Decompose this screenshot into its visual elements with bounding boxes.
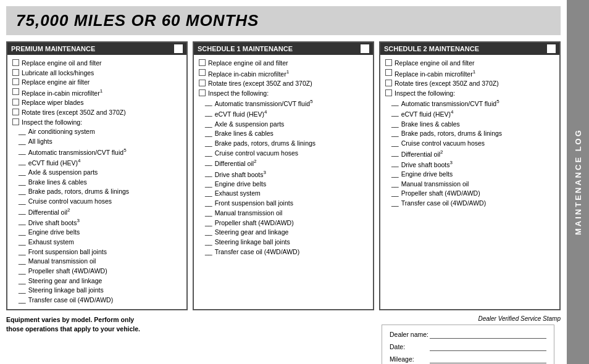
header-icon-schedule2 bbox=[547, 44, 556, 53]
checklist-item: Replace in-cabin microfilter1 bbox=[385, 68, 554, 78]
checklist-item: Replace wiper blades bbox=[12, 98, 182, 107]
sub-item: __ Automatic transmission/CVT fluid5 bbox=[385, 98, 554, 108]
sub-item: __ Automatic transmission/CVT fluid5 bbox=[199, 98, 368, 108]
checklist-item: Replace engine oil and filter bbox=[385, 59, 554, 68]
checklist-item: Replace engine air filter bbox=[12, 78, 182, 87]
checkbox[interactable] bbox=[385, 59, 392, 66]
checklist-item: Lubricate all locks/hinges bbox=[12, 68, 182, 78]
title-banner: 75,000 MILES OR 60 MONTHS bbox=[6, 6, 561, 35]
bottom-section: Equipment varies by model. Perform only … bbox=[6, 315, 561, 364]
column-schedule2: SCHEDULE 2 MAINTENANCEReplace engine oil… bbox=[379, 41, 561, 310]
column-header-schedule1: SCHEDULE 1 MAINTENANCE bbox=[194, 43, 373, 55]
checklist-item: Inspect the following: bbox=[385, 89, 554, 98]
sub-item: __ eCVT fluid (HEV)4 bbox=[12, 157, 182, 167]
sub-item: __ Cruise control vacuum hoses bbox=[385, 139, 554, 148]
sub-item: __ Drive shaft boots3 bbox=[199, 169, 368, 179]
checkbox[interactable] bbox=[385, 80, 392, 86]
sub-item: __ Manual transmission oil bbox=[385, 180, 554, 189]
sub-item: __ Propeller shaft (4WD/AWD) bbox=[12, 267, 182, 276]
sub-item: __ Manual transmission oil bbox=[12, 257, 182, 266]
sub-item: __ Front suspension ball joints bbox=[12, 247, 182, 257]
dealer-field: Date: bbox=[390, 342, 546, 351]
sub-item: __ Brake pads, rotors, drums & linings bbox=[199, 139, 368, 148]
checkbox[interactable] bbox=[199, 59, 206, 66]
sub-item: __ Brake pads, rotors, drums & linings bbox=[12, 187, 182, 196]
dealer-field: Dealer name: bbox=[390, 330, 546, 339]
right-area: Dealer Verified Service Stamp Dealer nam… bbox=[382, 315, 561, 364]
column-header-premium: PREMIUM MAINTENANCE bbox=[7, 43, 186, 55]
checkbox[interactable] bbox=[12, 118, 19, 125]
sub-item: __ Air conditioning system bbox=[12, 127, 182, 136]
checklist-item: Replace engine oil and filter bbox=[199, 59, 368, 68]
checkbox[interactable] bbox=[12, 69, 19, 76]
dealer-box: Dealer name:Date:Mileage: bbox=[382, 325, 554, 364]
sub-item: __ Front suspension ball joints bbox=[199, 199, 368, 208]
sub-item: __ Exhaust system bbox=[12, 238, 182, 247]
checklist-item: Rotate tires (except 350Z and 370Z) bbox=[199, 79, 368, 88]
dealer-field: Mileage: bbox=[390, 355, 546, 363]
field-line[interactable] bbox=[430, 342, 546, 351]
checklist-item: Inspect the following: bbox=[199, 89, 368, 98]
sub-item: __ Brake lines & cables bbox=[385, 120, 554, 129]
sub-item: __ Drive shaft boots3 bbox=[12, 217, 182, 227]
sub-item: __ Engine drive belts bbox=[385, 170, 554, 179]
checkbox[interactable] bbox=[12, 99, 19, 105]
sub-item: __ Axle & suspension parts bbox=[199, 120, 368, 129]
sub-item: __ eCVT fluid (HEV)4 bbox=[199, 109, 368, 118]
checkbox[interactable] bbox=[12, 78, 19, 85]
sub-item: __ Steering linkage ball joints bbox=[12, 286, 182, 295]
checkbox[interactable] bbox=[199, 89, 206, 96]
sub-item: __ Manual transmission oil bbox=[199, 209, 368, 218]
sub-item: __ Transfer case oil (4WD/AWD) bbox=[199, 247, 368, 257]
sub-item: __ Propeller shaft (4WD/AWD) bbox=[199, 218, 368, 228]
dealer-stamp-label: Dealer Verified Service Stamp bbox=[478, 315, 561, 322]
sub-item: __ Axle & suspension parts bbox=[12, 168, 182, 177]
sub-item: __ Brake lines & cables bbox=[199, 129, 368, 138]
checklist-item: Rotate tires (except 350Z and 370Z) bbox=[385, 79, 554, 88]
sub-item: __ Exhaust system bbox=[199, 189, 368, 198]
sub-item: __ Steering gear and linkage bbox=[199, 228, 368, 237]
sub-item: __ Cruise control vacuum hoses bbox=[12, 197, 182, 206]
sub-item: __ Transfer case oil (4WD/AWD) bbox=[12, 296, 182, 305]
sub-item: __ Propeller shaft (4WD/AWD) bbox=[385, 189, 554, 198]
column-header-schedule2: SCHEDULE 2 MAINTENANCE bbox=[380, 43, 559, 55]
sub-item: __ Differential oil2 bbox=[385, 149, 554, 159]
checkbox[interactable] bbox=[12, 59, 19, 66]
sub-item: __ Engine drive belts bbox=[199, 180, 368, 189]
sub-item: __ Cruise control vacuum hoses bbox=[199, 149, 368, 158]
sub-item: __ Automatic transmission/CVT fluid5 bbox=[12, 147, 182, 157]
sub-item: __ Brake lines & cables bbox=[12, 178, 182, 187]
sub-item: __ Steering linkage ball joints bbox=[199, 238, 368, 247]
checkbox[interactable] bbox=[385, 69, 392, 76]
sub-item: __ Steering gear and linkage bbox=[12, 276, 182, 286]
sub-item: __ Differential oil2 bbox=[199, 158, 368, 168]
header-icon-schedule1 bbox=[361, 44, 369, 53]
sub-item: __ eCVT fluid (HEV)4 bbox=[385, 109, 554, 118]
main-content: 75,000 MILES OR 60 MONTHS PREMIUM MAINTE… bbox=[0, 0, 567, 364]
sidebar-label: MAINTENANCE LOG bbox=[567, 0, 589, 364]
checklist-item: Replace in-cabin microfilter1 bbox=[199, 68, 368, 78]
checkbox[interactable] bbox=[199, 80, 206, 86]
bottom-note: Equipment varies by model. Perform only … bbox=[6, 315, 140, 335]
sub-item: __ Differential oil2 bbox=[12, 207, 182, 217]
column-premium: PREMIUM MAINTENANCEReplace engine oil an… bbox=[6, 41, 188, 310]
sub-item: __ Drive shaft boots3 bbox=[385, 159, 554, 169]
column-schedule1: SCHEDULE 1 MAINTENANCEReplace engine oil… bbox=[193, 41, 374, 310]
checkbox[interactable] bbox=[12, 88, 19, 95]
sub-item: __ Engine drive belts bbox=[12, 228, 182, 237]
checklist-item: Replace engine oil and filter bbox=[12, 59, 182, 68]
checklist-item: Rotate tires (except 350Z and 370Z) bbox=[12, 108, 182, 117]
field-line[interactable] bbox=[430, 355, 546, 363]
checkbox[interactable] bbox=[385, 89, 392, 96]
sub-item: __ All lights bbox=[12, 137, 182, 146]
sub-item: __ Brake pads, rotors, drums & linings bbox=[385, 129, 554, 138]
checkbox[interactable] bbox=[199, 69, 206, 76]
sub-item: __ Transfer case oil (4WD/AWD) bbox=[385, 199, 554, 208]
columns-container: PREMIUM MAINTENANCEReplace engine oil an… bbox=[6, 41, 561, 310]
page-title: 75,000 MILES OR 60 MONTHS bbox=[16, 11, 551, 30]
header-icon-premium bbox=[174, 44, 183, 53]
field-line[interactable] bbox=[430, 330, 546, 339]
checklist-item: Inspect the following: bbox=[12, 118, 182, 127]
checklist-item: Replace in-cabin microfilter1 bbox=[12, 88, 182, 97]
checkbox[interactable] bbox=[12, 109, 19, 115]
